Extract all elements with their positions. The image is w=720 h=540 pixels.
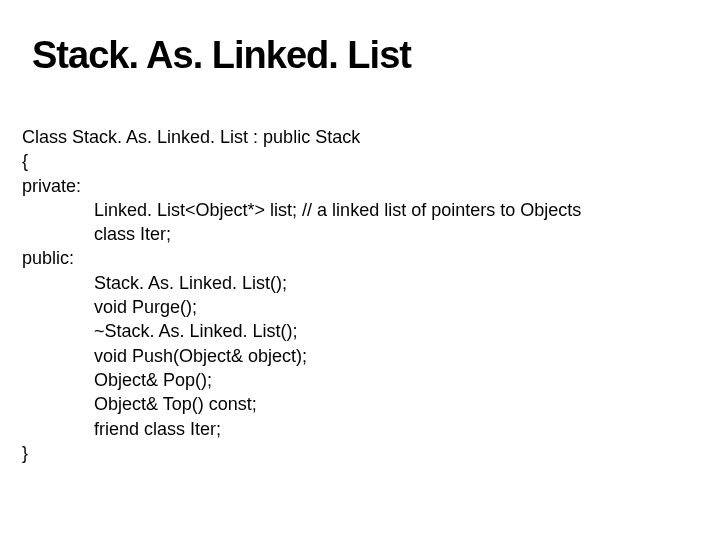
code-line: void Push(Object& object); <box>22 344 698 368</box>
code-line: private: <box>22 174 698 198</box>
code-line: ~Stack. As. Linked. List(); <box>22 319 698 343</box>
code-line: Stack. As. Linked. List(); <box>22 271 698 295</box>
code-line: public: <box>22 246 698 270</box>
code-line: Object& Top() const; <box>22 392 698 416</box>
code-line: class Iter; <box>22 222 698 246</box>
code-line: friend class Iter; <box>22 417 698 441</box>
slide-title: Stack. As. Linked. List <box>22 34 698 77</box>
code-line: Linked. List<Object*> list; // a linked … <box>22 198 698 222</box>
code-line: { <box>22 149 698 173</box>
code-block: Class Stack. As. Linked. List : public S… <box>22 125 698 465</box>
code-line: } <box>22 441 698 465</box>
code-line: Class Stack. As. Linked. List : public S… <box>22 125 698 149</box>
code-line: void Purge(); <box>22 295 698 319</box>
code-line: Object& Pop(); <box>22 368 698 392</box>
